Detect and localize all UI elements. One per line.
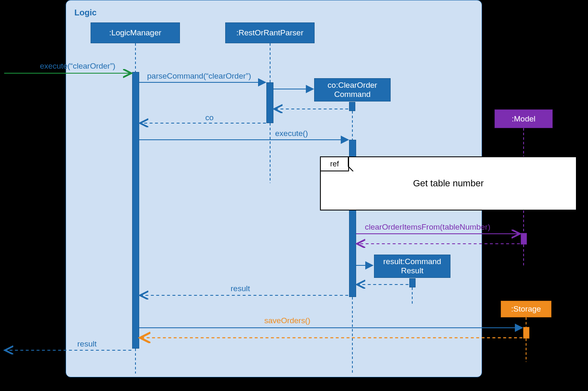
msg-save-orders: saveOrders(): [264, 316, 310, 325]
msg-clear-order-items-from: clearOrderItemsFrom(tableNumber): [365, 223, 490, 232]
msg-return-result: result: [231, 284, 250, 293]
ref-frame-tab-label: ref: [330, 160, 339, 168]
activation-logic-manager: [132, 72, 139, 349]
ref-frame-tab: ref: [320, 156, 349, 171]
participant-model: :Model: [495, 109, 553, 128]
activation-command-result: [409, 278, 416, 287]
participant-clear-order-command: co:ClearOrder Command: [314, 78, 391, 101]
participant-logic-manager: :LogicManager: [91, 22, 180, 43]
participant-command-result: result:Command Result: [374, 255, 450, 278]
activation-clear-order-small: [349, 102, 355, 111]
msg-parse-command: parseCommand(“clearOrder”): [147, 72, 251, 81]
logic-frame-label: Logic: [74, 8, 96, 17]
ref-frame-title: Get table number: [321, 178, 576, 189]
activation-storage: [523, 327, 529, 339]
participant-parser: :RestOrRantParser: [225, 22, 315, 43]
msg-return-co: co: [205, 113, 214, 122]
msg-execute: execute(): [275, 129, 308, 138]
ref-frame: ref Get table number: [320, 156, 577, 210]
msg-execute-clear-order: execute(“clearOrder”): [40, 62, 116, 71]
activation-parser: [266, 82, 273, 123]
activation-model: [521, 233, 527, 245]
participant-storage: :Storage: [501, 301, 551, 317]
msg-final-result: result: [77, 339, 96, 349]
